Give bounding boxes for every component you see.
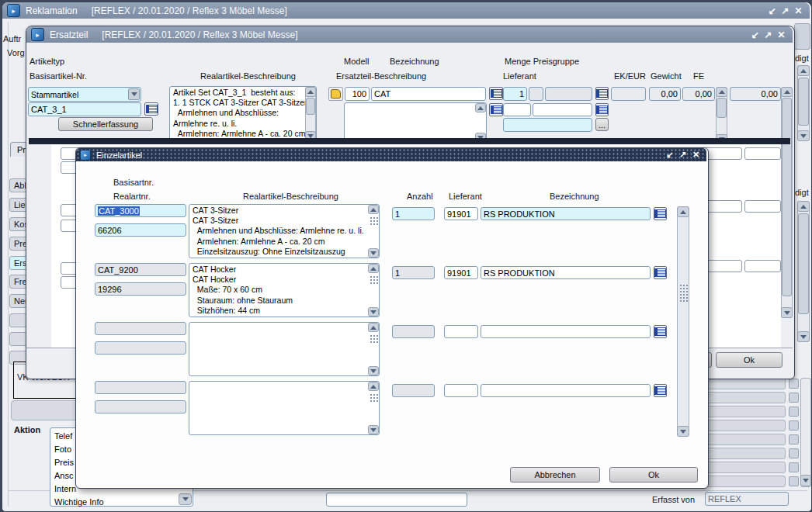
lieferant-input[interactable]: 91901: [444, 207, 478, 220]
anzahl-label: Anzahl: [407, 192, 433, 201]
dialog-scrollbar[interactable]: [677, 206, 689, 437]
resize-grip-icon[interactable]: [370, 216, 378, 227]
anzahl-input[interactable]: [392, 325, 435, 338]
scroll-up-icon[interactable]: [368, 264, 379, 273]
bezeichnung-lov-icon[interactable]: [654, 207, 667, 220]
minimize-icon[interactable]: ↙: [663, 150, 676, 160]
beschreibung-textarea[interactable]: [189, 381, 380, 435]
lieferant-label: Lieferant: [449, 192, 482, 201]
realartnr-input[interactable]: 66206: [95, 223, 186, 237]
scroll-down-icon[interactable]: [368, 248, 379, 258]
scroll-down-icon[interactable]: [368, 425, 379, 434]
basisartnr-input[interactable]: [95, 381, 186, 394]
scroll-up-icon[interactable]: [368, 382, 379, 391]
screen: ▸ Reklamation [REFLEX / 20.01.2020 / Ref…: [0, 0, 812, 512]
basisartnr-input[interactable]: CAT_3000: [95, 204, 186, 217]
basisartnr-input[interactable]: CAT_9200: [95, 263, 186, 276]
bezeichnung-input[interactable]: [481, 384, 651, 397]
basisartnr-input[interactable]: [95, 322, 186, 335]
bezeichnung-lov-icon[interactable]: [654, 325, 667, 338]
dialog-title: Einzelartikel: [96, 150, 142, 160]
realartnr-input[interactable]: [95, 400, 186, 413]
resize-grip-icon[interactable]: [370, 275, 378, 285]
beschreibung-textarea[interactable]: CAT Hocker CAT Hocker Maße: 70 x 60 cm S…: [189, 263, 380, 317]
realartnr-input[interactable]: 19296: [95, 282, 186, 296]
anzahl-input[interactable]: [392, 384, 435, 397]
scroll-up-icon[interactable]: [368, 323, 379, 332]
ok-button[interactable]: Ok: [609, 467, 698, 483]
lieferant-input[interactable]: [444, 325, 478, 338]
dialog-titlebar[interactable]: ▸ Einzelartikel ↙ ↗ ✕: [76, 148, 706, 161]
scroll-down-icon[interactable]: [677, 426, 689, 437]
scroll-down-icon[interactable]: [368, 366, 379, 375]
realartnr-label: Realartnr.: [113, 192, 151, 201]
bezeichnung-input[interactable]: [481, 325, 651, 338]
lieferant-input[interactable]: [444, 384, 478, 397]
scroll-up-icon[interactable]: [368, 205, 379, 214]
maximize-icon[interactable]: ↗: [676, 150, 689, 160]
beschreibung-textarea[interactable]: CAT 3-Sitzer CAT 3-Sitzer Armlehnen und …: [189, 204, 380, 258]
realartikel-beschreibung-label: Realartikel-Beschreibung: [243, 192, 338, 201]
bezeichnung-lov-icon[interactable]: [654, 266, 667, 279]
dialog-einzelartikel: ▸ Einzelartikel ↙ ↗ ✕ Basisartnr. Realar…: [0, 0, 812, 512]
beschreibung-textarea[interactable]: [189, 322, 380, 376]
cancel-button[interactable]: Abbrechen: [510, 467, 600, 483]
resize-grip-icon[interactable]: [370, 334, 378, 344]
close-icon[interactable]: ✕: [689, 150, 703, 160]
scrollbar-grip[interactable]: [679, 284, 688, 303]
anzahl-input[interactable]: 1: [392, 266, 435, 279]
bezeichnung-label: Bezeichnung: [550, 192, 599, 201]
dialog-body: [75, 147, 709, 489]
scroll-up-icon[interactable]: [677, 206, 689, 217]
bezeichnung-input[interactable]: RS PRODUKTION: [481, 207, 651, 220]
realartnr-input[interactable]: [95, 341, 186, 355]
scroll-down-icon[interactable]: [368, 307, 379, 317]
anzahl-input[interactable]: 1: [392, 207, 435, 220]
resize-grip-icon[interactable]: [370, 393, 378, 403]
basisartnr-label: Basisartnr.: [113, 178, 154, 187]
bezeichnung-lov-icon[interactable]: [654, 384, 667, 397]
dialog-window-icon: ▸: [80, 150, 91, 161]
bezeichnung-input[interactable]: RS PRODUKTION: [481, 266, 651, 279]
lieferant-input[interactable]: 91901: [444, 266, 478, 279]
